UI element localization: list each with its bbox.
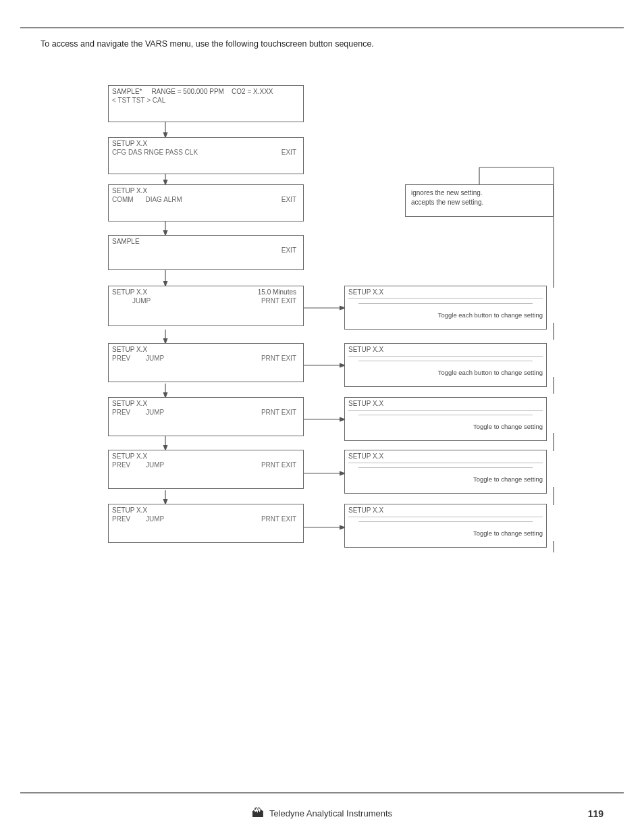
b1-range: RANGE = 500.000 PPM xyxy=(151,88,224,95)
b9-exit: PRNT EXIT xyxy=(261,515,296,523)
b9-jump: JUMP xyxy=(146,515,164,523)
b8-buttons-row: PREV JUMP PRNT EXIT xyxy=(109,461,303,471)
b7-title: SETUP X.X xyxy=(109,398,303,408)
r4-title: SETUP X.X xyxy=(345,450,546,461)
b3-diag: DIAG ALRM xyxy=(145,196,182,203)
b6-buttons-row: PREV JUMP PRNT EXIT xyxy=(109,354,303,365)
b7-buttons-row: PREV JUMP PRNT EXIT xyxy=(109,408,303,419)
box-setup-prev1: SETUP X.X PREV JUMP PRNT EXIT xyxy=(108,343,304,382)
box-right-1: SETUP X.X Toggle each button to change s… xyxy=(344,286,547,330)
footer-page-number: 119 xyxy=(588,808,603,819)
b1-buttons: < TST TST > CAL xyxy=(109,96,303,107)
box-setup-comm: SETUP X.X COMM DIAG ALRM EXIT xyxy=(108,184,304,221)
b5-title: SETUP X.X xyxy=(112,288,147,296)
r5-title: SETUP X.X xyxy=(345,504,546,515)
b6-jump: JUMP xyxy=(146,355,164,362)
box-setup-prev4: SETUP X.X PREV JUMP PRNT EXIT xyxy=(108,504,304,543)
b9-prev: PREV xyxy=(112,515,130,523)
b3-buttons: COMM xyxy=(112,196,134,203)
info-ignore: ignores the new setting. xyxy=(411,189,547,197)
b7-exit: PRNT EXIT xyxy=(261,409,296,416)
box-right-3: SETUP X.X Toggle to change setting xyxy=(344,397,547,441)
b2-buttons-row: CFG DAS RNGE PASS CLK EXIT xyxy=(109,148,303,159)
r2-toggle: Toggle each button to change setting xyxy=(345,369,546,378)
b5-exit: PRNT EXIT xyxy=(261,297,296,305)
r3-toggle: Toggle to change setting xyxy=(345,423,546,432)
b9-buttons-row: PREV JUMP PRNT EXIT xyxy=(109,515,303,525)
info-accept: accepts the new setting. xyxy=(411,199,547,206)
b2-exit: EXIT xyxy=(281,149,296,156)
b6-title: SETUP X.X xyxy=(109,344,303,354)
b8-prev: PREV xyxy=(112,461,130,469)
r1-toggle: Toggle each button to change setting xyxy=(345,311,546,321)
b5-time: 15.0 Minutes xyxy=(258,288,296,296)
b6-exit: PRNT EXIT xyxy=(261,355,296,362)
r2-title: SETUP X.X xyxy=(345,344,546,354)
b6-prev: PREV xyxy=(112,355,130,362)
b1-co2: CO2 = X.XXX xyxy=(232,88,273,95)
b2-title: SETUP X.X xyxy=(109,138,303,148)
box-sample-main: SAMPLE* RANGE = 500.000 PPM CO2 = X.XXX … xyxy=(108,85,304,122)
footer-company: Teledyne Analytical Instruments xyxy=(269,808,392,818)
b8-jump: JUMP xyxy=(146,461,164,469)
b5-title-row: SETUP X.X 15.0 Minutes xyxy=(109,286,303,296)
r4-toggle: Toggle to change setting xyxy=(345,475,546,485)
b1-title: SAMPLE* xyxy=(112,88,142,95)
b5-jump: JUMP xyxy=(132,297,151,305)
box-setup-15min: SETUP X.X 15.0 Minutes JUMP PRNT EXIT xyxy=(108,286,304,326)
b7-jump: JUMP xyxy=(146,409,164,416)
b3-title: SETUP X.X xyxy=(109,185,303,195)
box-right-4: SETUP X.X Toggle to change setting xyxy=(344,450,547,494)
b4-exit-row: EXIT xyxy=(109,246,303,249)
page-border-bottom xyxy=(20,792,624,793)
box-right-5: SETUP X.X Toggle to change setting xyxy=(344,504,547,548)
b9-title: SETUP X.X xyxy=(109,504,303,515)
box-setup-cfg: SETUP X.X CFG DAS RNGE PASS CLK EXIT xyxy=(108,137,304,174)
footer: 🏔 Teledyne Analytical Instruments 119 xyxy=(0,806,644,820)
box-sample-2: SAMPLE EXIT xyxy=(108,235,304,270)
r3-title: SETUP X.X xyxy=(345,398,546,408)
diagram: SAMPLE* RANGE = 500.000 PPM CO2 = X.XXX … xyxy=(41,59,594,714)
r1-title: SETUP X.X xyxy=(345,286,546,296)
box-setup-prev3: SETUP X.X PREV JUMP PRNT EXIT xyxy=(108,450,304,489)
b8-exit: PRNT EXIT xyxy=(261,461,296,469)
b8-title: SETUP X.X xyxy=(109,450,303,461)
b3-exit: EXIT xyxy=(281,196,296,203)
b3-buttons-row: COMM DIAG ALRM EXIT xyxy=(109,195,303,206)
b4-exit: EXIT xyxy=(281,246,296,254)
intro-text: To access and navigate the VARS menu, us… xyxy=(41,39,374,49)
box-setup-prev2: SETUP X.X PREV JUMP PRNT EXIT xyxy=(108,397,304,436)
box-right-2: SETUP X.X Toggle each button to change s… xyxy=(344,343,547,387)
b4-title: SAMPLE xyxy=(109,236,303,246)
page-border-top xyxy=(20,27,624,28)
footer-logo-icon: 🏔 xyxy=(252,806,264,820)
b7-prev: PREV xyxy=(112,409,130,416)
r5-toggle: Toggle to change setting xyxy=(345,529,546,539)
b5-buttons-row: JUMP PRNT EXIT xyxy=(109,296,303,307)
b2-buttons: CFG DAS RNGE PASS CLK xyxy=(112,149,198,156)
info-box: ignores the new setting. accepts the new… xyxy=(405,184,554,217)
